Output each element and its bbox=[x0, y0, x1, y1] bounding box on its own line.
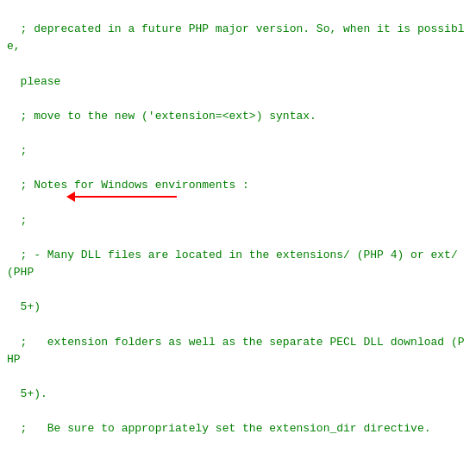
comment-line-6: ; bbox=[21, 214, 28, 227]
arrow-indicator bbox=[73, 196, 177, 198]
comment-line-9: ; Be sure to appropriately set the exten… bbox=[21, 422, 431, 435]
comment-line-7b: 5+) bbox=[21, 300, 41, 313]
comment-line-8b: 5+). bbox=[21, 387, 47, 400]
arrow-line bbox=[73, 196, 177, 198]
comment-line-1: ; deprecated in a future PHP major versi… bbox=[7, 22, 465, 53]
comment-line-4: ; bbox=[21, 144, 28, 157]
comment-line-7: ; - Many DLL files are located in the ex… bbox=[7, 249, 465, 279]
comment-line-8: ; extension folders as well as the separ… bbox=[7, 336, 465, 366]
comment-line-5: ; Notes for Windows environments : bbox=[21, 179, 249, 192]
comment-line-3: ; move to the new ('extension=<ext>) syn… bbox=[21, 110, 316, 123]
comment-line-2: please bbox=[21, 75, 61, 88]
code-block: ; deprecated in a future PHP major versi… bbox=[0, 0, 476, 453]
